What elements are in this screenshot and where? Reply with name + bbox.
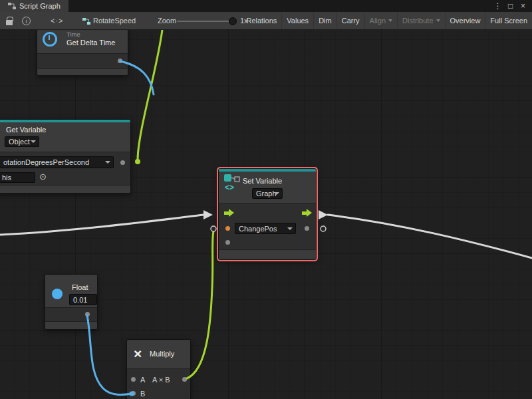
scope-value: Graph bbox=[256, 190, 277, 198]
node-get-delta-time[interactable]: Time Get Delta Time bbox=[37, 30, 128, 76]
button-label: Carry bbox=[342, 17, 360, 25]
scope-value: Object bbox=[9, 138, 30, 146]
node-set-variable[interactable]: <> Set Variable Graph ChangePos bbox=[218, 168, 317, 260]
divider bbox=[219, 203, 316, 203]
node-title: Set Variable bbox=[243, 177, 282, 185]
wire-value-multiply-to-setvariable[interactable] bbox=[187, 231, 213, 378]
node-title: Multiply bbox=[150, 350, 174, 358]
divider bbox=[127, 368, 190, 369]
variable-name: ChangePos bbox=[239, 225, 277, 233]
button-label: Align bbox=[370, 17, 386, 25]
button-label: Full Screen bbox=[490, 17, 527, 25]
window-tabbar: Script Graph ⋮ □ × bbox=[0, 0, 532, 12]
value-in-ring bbox=[211, 226, 216, 231]
button-label: Overview bbox=[450, 17, 481, 25]
toolbar-button-align: Align bbox=[364, 12, 397, 29]
input-a-label: A bbox=[140, 376, 145, 384]
button-label: Values bbox=[287, 17, 309, 25]
wire-end-dot bbox=[135, 159, 140, 164]
toolbar-buttons: Relations Values Dim Carry Align Distrib… bbox=[241, 12, 532, 29]
toolbar-button-distribute: Distribute bbox=[397, 12, 444, 29]
script-graph-icon bbox=[8, 3, 16, 9]
float-type-icon bbox=[52, 289, 63, 299]
graph-asset-icon bbox=[82, 18, 90, 25]
tab-title: Script Graph bbox=[19, 2, 61, 10]
input-a-port[interactable] bbox=[131, 377, 136, 382]
node-footer bbox=[0, 185, 130, 193]
flow-input-port[interactable] bbox=[224, 209, 234, 217]
object-picker-icon[interactable]: ⊙ bbox=[39, 172, 47, 181]
float-value: 0.01 bbox=[73, 296, 87, 304]
toolbar-button-dim[interactable]: Dim bbox=[313, 12, 336, 29]
variable-scope-dropdown[interactable]: Graph bbox=[252, 188, 283, 199]
variable-name-dropdown[interactable]: ChangePos bbox=[235, 223, 296, 234]
wire-flow-out[interactable] bbox=[328, 215, 532, 258]
divider bbox=[37, 53, 128, 54]
fallback-input-port[interactable] bbox=[225, 240, 230, 245]
node-footer bbox=[45, 321, 97, 329]
node-title: Get Variable bbox=[6, 126, 46, 134]
graph-name: RotateSpeed bbox=[93, 17, 136, 25]
value-input-port[interactable] bbox=[225, 226, 230, 231]
button-label: Relations bbox=[246, 17, 277, 25]
zoom-label: Zoom bbox=[158, 17, 176, 25]
lock-icon[interactable] bbox=[6, 20, 13, 25]
node-footer bbox=[219, 249, 316, 259]
button-label: Dim bbox=[319, 17, 332, 25]
graph-toolbar: i <·> RotateSpeed Zoom 1x Relations Valu… bbox=[0, 12, 532, 30]
wire-flow-in[interactable] bbox=[0, 215, 203, 235]
float-value-field[interactable]: 0.01 bbox=[69, 294, 97, 305]
node-caption: Time bbox=[66, 31, 80, 38]
variable-name: otationDegreesPerSecond bbox=[3, 158, 89, 166]
time-clock-icon bbox=[43, 32, 57, 47]
info-icon[interactable]: i bbox=[22, 17, 31, 25]
target-value: his bbox=[2, 174, 11, 182]
window-controls: ⋮ □ × bbox=[493, 0, 532, 12]
flow-output-port[interactable] bbox=[302, 209, 312, 217]
toolbar-button-values[interactable]: Values bbox=[281, 12, 313, 29]
variable-scope-dropdown[interactable]: Object bbox=[5, 136, 39, 147]
node-title: Float bbox=[72, 283, 88, 291]
get-variable-output-port[interactable] bbox=[120, 160, 125, 165]
divider bbox=[45, 307, 97, 308]
wire-value-rotation[interactable] bbox=[138, 30, 162, 159]
toolbar-button-fullscreen[interactable]: Full Screen bbox=[485, 12, 532, 29]
target-object-field[interactable]: his bbox=[0, 172, 35, 183]
input-b-port[interactable] bbox=[131, 391, 136, 396]
tab-script-graph[interactable]: Script Graph bbox=[0, 0, 68, 12]
flow-out-arrowhead bbox=[319, 210, 328, 219]
node-footer bbox=[37, 68, 128, 75]
node-title: Get Delta Time bbox=[66, 39, 115, 47]
input-b-label: B bbox=[140, 390, 145, 398]
node-multiply[interactable]: × Multiply A A × B B bbox=[126, 339, 191, 399]
graph-canvas[interactable]: Time Get Delta Time Get Variable Object … bbox=[0, 30, 532, 399]
node-float[interactable]: Float 0.01 bbox=[45, 274, 98, 330]
value-out-ring bbox=[321, 226, 326, 231]
variable-name-dropdown[interactable]: otationDegreesPerSecond bbox=[0, 156, 114, 168]
toolbar-button-overview[interactable]: Overview bbox=[445, 12, 485, 29]
chevron-down-icon bbox=[436, 19, 440, 22]
toolbar-button-carry[interactable]: Carry bbox=[336, 12, 364, 29]
embed-icon[interactable]: <·> bbox=[51, 17, 64, 25]
zoom-slider-handle[interactable] bbox=[229, 17, 237, 25]
graph-scope-icon: <> bbox=[225, 183, 234, 192]
divider bbox=[0, 152, 130, 152]
chevron-down-icon bbox=[388, 19, 392, 22]
variable-node-icon bbox=[223, 174, 241, 184]
close-icon[interactable]: × bbox=[518, 1, 528, 11]
button-label: Distribute bbox=[402, 17, 433, 25]
multiply-icon: × bbox=[134, 346, 142, 360]
toolbar-button-relations[interactable]: Relations bbox=[241, 12, 281, 29]
float-output-port[interactable] bbox=[85, 312, 90, 317]
output-label: A × B bbox=[152, 376, 170, 384]
output-port[interactable] bbox=[182, 377, 187, 382]
node-get-variable[interactable]: Get Variable Object otationDegreesPerSec… bbox=[0, 119, 131, 194]
menu-kebab-icon[interactable]: ⋮ bbox=[493, 1, 503, 11]
maximize-icon[interactable]: □ bbox=[505, 1, 515, 11]
zoom-slider[interactable] bbox=[177, 21, 234, 22]
info-glyph: i bbox=[26, 18, 27, 25]
value-output-port[interactable] bbox=[305, 226, 309, 231]
delta-time-output-port[interactable] bbox=[118, 59, 122, 63]
flow-in-arrowhead bbox=[203, 210, 213, 219]
